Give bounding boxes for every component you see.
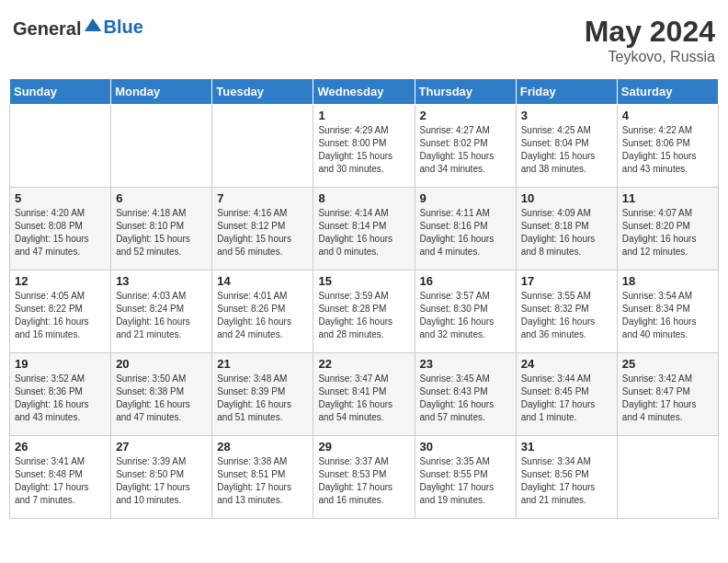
calendar-cell: 22Sunrise: 3:47 AM Sunset: 8:41 PM Dayli… — [313, 353, 415, 436]
day-info: Sunrise: 4:09 AM Sunset: 8:18 PM Dayligh… — [521, 207, 612, 259]
calendar-cell: 10Sunrise: 4:09 AM Sunset: 8:18 PM Dayli… — [516, 188, 617, 270]
day-info: Sunrise: 4:18 AM Sunset: 8:10 PM Dayligh… — [116, 207, 207, 259]
day-info: Sunrise: 3:48 AM Sunset: 8:39 PM Dayligh… — [217, 373, 308, 424]
column-header-saturday: Saturday — [617, 79, 718, 105]
day-info: Sunrise: 4:25 AM Sunset: 8:04 PM Dayligh… — [521, 124, 612, 176]
column-header-sunday: Sunday — [10, 79, 111, 105]
calendar-cell: 16Sunrise: 3:57 AM Sunset: 8:30 PM Dayli… — [415, 270, 516, 353]
calendar-header-row: SundayMondayTuesdayWednesdayThursdayFrid… — [10, 79, 719, 105]
day-info: Sunrise: 3:44 AM Sunset: 8:45 PM Dayligh… — [521, 373, 612, 424]
calendar-cell: 31Sunrise: 3:34 AM Sunset: 8:56 PM Dayli… — [516, 436, 617, 519]
calendar-cell — [617, 436, 718, 519]
day-number: 1 — [318, 109, 409, 122]
day-number: 21 — [217, 357, 308, 371]
day-info: Sunrise: 3:41 AM Sunset: 8:48 PM Dayligh… — [15, 455, 106, 507]
day-info: Sunrise: 3:50 AM Sunset: 8:38 PM Dayligh… — [116, 373, 207, 424]
day-info: Sunrise: 3:47 AM Sunset: 8:41 PM Dayligh… — [318, 373, 409, 424]
day-number: 18 — [622, 274, 713, 288]
calendar-cell: 3Sunrise: 4:25 AM Sunset: 8:04 PM Daylig… — [516, 105, 617, 188]
day-number: 25 — [622, 357, 713, 371]
calendar-cell: 30Sunrise: 3:35 AM Sunset: 8:55 PM Dayli… — [415, 436, 516, 519]
column-header-wednesday: Wednesday — [313, 79, 415, 105]
day-number: 6 — [116, 191, 207, 205]
calendar-cell: 11Sunrise: 4:07 AM Sunset: 8:20 PM Dayli… — [617, 188, 718, 270]
calendar-cell — [212, 105, 313, 188]
day-number: 30 — [420, 440, 511, 454]
calendar-cell — [10, 105, 111, 188]
day-info: Sunrise: 4:27 AM Sunset: 8:02 PM Dayligh… — [420, 124, 511, 176]
day-info: Sunrise: 4:01 AM Sunset: 8:26 PM Dayligh… — [217, 290, 308, 341]
day-number: 12 — [15, 274, 106, 288]
calendar-week-row: 5Sunrise: 4:20 AM Sunset: 8:08 PM Daylig… — [10, 188, 719, 270]
logo: General Blue — [13, 15, 143, 40]
calendar-cell: 21Sunrise: 3:48 AM Sunset: 8:39 PM Dayli… — [212, 353, 313, 436]
calendar-cell: 15Sunrise: 3:59 AM Sunset: 8:28 PM Dayli… — [313, 270, 415, 353]
calendar-week-row: 1Sunrise: 4:29 AM Sunset: 8:00 PM Daylig… — [10, 105, 719, 188]
calendar-cell: 9Sunrise: 4:11 AM Sunset: 8:16 PM Daylig… — [415, 188, 516, 270]
day-number: 17 — [521, 274, 612, 288]
day-info: Sunrise: 4:07 AM Sunset: 8:20 PM Dayligh… — [622, 207, 713, 259]
day-number: 26 — [15, 440, 106, 454]
calendar-cell: 20Sunrise: 3:50 AM Sunset: 8:38 PM Dayli… — [111, 353, 212, 436]
calendar-week-row: 26Sunrise: 3:41 AM Sunset: 8:48 PM Dayli… — [10, 436, 719, 519]
calendar-cell: 12Sunrise: 4:05 AM Sunset: 8:22 PM Dayli… — [10, 270, 111, 353]
day-info: Sunrise: 3:45 AM Sunset: 8:43 PM Dayligh… — [420, 373, 511, 424]
day-number: 7 — [217, 191, 308, 205]
day-number: 4 — [622, 109, 713, 122]
day-number: 5 — [15, 191, 106, 205]
day-number: 28 — [217, 440, 308, 454]
day-info: Sunrise: 4:11 AM Sunset: 8:16 PM Dayligh… — [420, 207, 511, 259]
day-number: 3 — [521, 109, 612, 122]
calendar-cell: 24Sunrise: 3:44 AM Sunset: 8:45 PM Dayli… — [516, 353, 617, 436]
location-subtitle: Teykovo, Russia — [585, 49, 715, 65]
calendar-cell: 2Sunrise: 4:27 AM Sunset: 8:02 PM Daylig… — [415, 105, 516, 188]
day-info: Sunrise: 3:37 AM Sunset: 8:53 PM Dayligh… — [318, 455, 409, 507]
calendar-cell: 17Sunrise: 3:55 AM Sunset: 8:32 PM Dayli… — [516, 270, 617, 353]
day-number: 24 — [521, 357, 612, 371]
logo-general-text: General — [13, 18, 81, 39]
calendar-cell: 1Sunrise: 4:29 AM Sunset: 8:00 PM Daylig… — [313, 105, 415, 188]
day-number: 23 — [420, 357, 511, 371]
day-info: Sunrise: 4:20 AM Sunset: 8:08 PM Dayligh… — [15, 207, 106, 259]
calendar-cell: 6Sunrise: 4:18 AM Sunset: 8:10 PM Daylig… — [111, 188, 212, 270]
day-info: Sunrise: 3:55 AM Sunset: 8:32 PM Dayligh… — [521, 290, 612, 341]
day-info: Sunrise: 3:54 AM Sunset: 8:34 PM Dayligh… — [622, 290, 713, 341]
calendar-cell: 29Sunrise: 3:37 AM Sunset: 8:53 PM Dayli… — [313, 436, 415, 519]
day-info: Sunrise: 4:22 AM Sunset: 8:06 PM Dayligh… — [622, 124, 713, 176]
day-number: 16 — [420, 274, 511, 288]
day-info: Sunrise: 4:05 AM Sunset: 8:22 PM Dayligh… — [15, 290, 106, 341]
day-number: 27 — [116, 440, 207, 454]
calendar-cell — [111, 105, 212, 188]
day-info: Sunrise: 3:42 AM Sunset: 8:47 PM Dayligh… — [622, 373, 713, 424]
day-info: Sunrise: 4:16 AM Sunset: 8:12 PM Dayligh… — [217, 207, 308, 259]
day-info: Sunrise: 4:03 AM Sunset: 8:24 PM Dayligh… — [116, 290, 207, 341]
column-header-monday: Monday — [111, 79, 212, 105]
calendar-cell: 26Sunrise: 3:41 AM Sunset: 8:48 PM Dayli… — [10, 436, 111, 519]
calendar-cell: 4Sunrise: 4:22 AM Sunset: 8:06 PM Daylig… — [617, 105, 718, 188]
day-number: 2 — [420, 109, 511, 122]
day-info: Sunrise: 3:39 AM Sunset: 8:50 PM Dayligh… — [116, 455, 207, 507]
calendar-cell: 14Sunrise: 4:01 AM Sunset: 8:26 PM Dayli… — [212, 270, 313, 353]
logo-blue-text: Blue — [103, 17, 142, 38]
day-number: 22 — [318, 357, 409, 371]
calendar-cell: 25Sunrise: 3:42 AM Sunset: 8:47 PM Dayli… — [617, 353, 718, 436]
day-info: Sunrise: 3:34 AM Sunset: 8:56 PM Dayligh… — [521, 455, 612, 507]
day-number: 11 — [622, 191, 713, 205]
day-number: 31 — [521, 440, 612, 454]
calendar-cell: 7Sunrise: 4:16 AM Sunset: 8:12 PM Daylig… — [212, 188, 313, 270]
day-number: 15 — [318, 274, 409, 288]
calendar-cell: 8Sunrise: 4:14 AM Sunset: 8:14 PM Daylig… — [313, 188, 415, 270]
day-number: 20 — [116, 357, 207, 371]
day-number: 10 — [521, 191, 612, 205]
title-area: May 2024 Teykovo, Russia — [585, 15, 715, 65]
logo-icon — [83, 15, 103, 35]
day-number: 13 — [116, 274, 207, 288]
day-info: Sunrise: 4:14 AM Sunset: 8:14 PM Dayligh… — [318, 207, 409, 259]
day-info: Sunrise: 3:35 AM Sunset: 8:55 PM Dayligh… — [420, 455, 511, 507]
calendar-cell: 23Sunrise: 3:45 AM Sunset: 8:43 PM Dayli… — [415, 353, 516, 436]
day-info: Sunrise: 3:52 AM Sunset: 8:36 PM Dayligh… — [15, 373, 106, 424]
calendar-cell: 13Sunrise: 4:03 AM Sunset: 8:24 PM Dayli… — [111, 270, 212, 353]
day-info: Sunrise: 4:29 AM Sunset: 8:00 PM Dayligh… — [318, 124, 409, 176]
calendar-week-row: 12Sunrise: 4:05 AM Sunset: 8:22 PM Dayli… — [10, 270, 719, 353]
day-number: 8 — [318, 191, 409, 205]
